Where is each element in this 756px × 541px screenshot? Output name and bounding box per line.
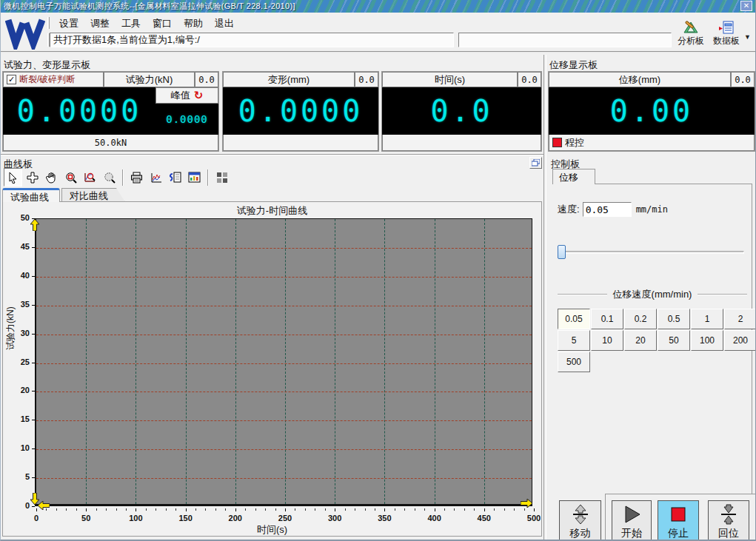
menu-item[interactable]: 设置 (54, 16, 84, 30)
peak-refresh-icon[interactable]: ↻ (194, 89, 204, 102)
y-tick-label: 0 (4, 501, 30, 510)
y-tick-label: 15 (4, 414, 30, 423)
home-button[interactable]: 回位 (708, 500, 749, 541)
start-button[interactable]: 开始 (612, 500, 652, 541)
menu-item[interactable]: 帮助 (178, 16, 208, 30)
y-tick-label: 10 (4, 443, 30, 452)
break-judge-label: 断裂/破碎判断 (19, 73, 75, 86)
y-tick (32, 391, 35, 392)
title-bar: 微机控制电子万能试验机测控系统--[金属材料室温拉伸试验(GB/T 228.1-… (1, 0, 755, 13)
app-logo-icon (5, 16, 45, 50)
data-window-button[interactable] (185, 168, 204, 187)
menu-item[interactable]: 窗口 (147, 16, 177, 30)
y-max-cursor-icon[interactable] (30, 219, 39, 231)
curve-panel: 曲线板 (1, 155, 543, 541)
print-button[interactable] (127, 168, 146, 187)
grid-pattern-button[interactable] (213, 168, 231, 187)
h-gridline (36, 363, 532, 364)
magnifier-button[interactable] (100, 168, 118, 187)
x-min-cursor-icon[interactable] (38, 501, 50, 510)
y-tick (32, 247, 35, 248)
x-max-cursor-icon[interactable] (521, 499, 532, 508)
x-tick (186, 508, 187, 511)
data-board-button[interactable]: 数据板 (709, 21, 744, 47)
speed-preset-button[interactable]: 50 (658, 330, 690, 351)
speed-preset-button[interactable]: 1 (691, 309, 723, 329)
y-tick (32, 334, 35, 335)
h-gridline (36, 248, 532, 249)
speed-preset-button[interactable]: 2 (724, 309, 756, 329)
zoom-curve-button[interactable] (81, 168, 99, 187)
speed-preset-button[interactable]: 0.5 (658, 309, 690, 329)
x-tick (534, 508, 535, 511)
select-cursor-button[interactable] (4, 168, 22, 187)
peak-value-display: 0.0000 (155, 104, 218, 135)
window-title: 微机控制电子万能试验机测控系统--[金属材料室温拉伸试验(GB/T 228.1-… (4, 1, 295, 10)
float-panel-button[interactable] (529, 157, 542, 169)
time-footer (382, 135, 541, 151)
zoom-region-button[interactable] (61, 168, 80, 187)
speed-preset-button[interactable]: 20 (624, 330, 657, 351)
stop-label: 停止 (668, 527, 689, 540)
x-tick-label: 350 (371, 514, 398, 522)
break-judge-checkbox[interactable]: ✓ 断裂/破碎判断 (3, 72, 104, 87)
analysis-icon (683, 21, 699, 34)
speed-preset-button[interactable]: 500 (558, 352, 590, 372)
analysis-board-button[interactable]: 分析板 (673, 21, 709, 47)
hand-pan-button[interactable] (42, 168, 61, 187)
menu-item[interactable]: 工具 (116, 16, 146, 30)
speed-preset-button[interactable]: 5 (558, 330, 590, 351)
v-gridline (335, 219, 335, 504)
menu-item[interactable]: 调整 (85, 16, 115, 30)
start-label: 开始 (621, 527, 642, 540)
speed-slider[interactable] (558, 245, 744, 259)
time-corner-value: 0.0 (518, 72, 541, 87)
y-tick-label: 50 (4, 213, 30, 222)
tab-compare-curve[interactable]: 对比曲线 (61, 188, 125, 202)
curve-tabs: 试验曲线 对比曲线 (2, 188, 125, 202)
time-display: 时间(s) 0.0 0.0 (381, 71, 542, 152)
status-secondary-field (458, 33, 672, 47)
program-control-led-icon (552, 138, 562, 147)
y-tick (32, 448, 35, 449)
copy-curve-button[interactable] (166, 168, 184, 187)
speed-preset-button[interactable]: 10 (591, 330, 623, 351)
plot-area[interactable] (35, 218, 532, 506)
h-gridline (36, 420, 532, 421)
speed-preset-button[interactable]: 200 (724, 330, 756, 351)
toolbar-separator (207, 169, 209, 186)
x-tick-label: 50 (73, 514, 99, 522)
menu-bar: 设置调整工具窗口帮助退出 (54, 16, 239, 30)
displacement-header: 位移(mm) (549, 72, 731, 87)
checkbox-check-icon[interactable]: ✓ (7, 75, 16, 84)
speed-preset-button[interactable]: 100 (691, 330, 723, 351)
speed-input[interactable] (583, 202, 632, 217)
x-tick-label: 100 (122, 514, 149, 522)
h-gridline (36, 478, 532, 479)
pan-cross-button[interactable] (23, 168, 41, 187)
peak-label: 峰值 (171, 89, 190, 102)
speed-preset-button[interactable]: 0.1 (591, 309, 623, 329)
x-axis-label: 时间(s) (3, 523, 541, 537)
zoom-region-icon (65, 172, 77, 184)
speed-preset-button[interactable]: 0.2 (624, 309, 657, 329)
toolbar-more-chevron[interactable]: ▼ (744, 33, 751, 41)
tab-displacement[interactable]: 位移 (552, 169, 595, 184)
v-gridline (435, 219, 435, 504)
curve-style-button[interactable] (147, 168, 165, 187)
y-tick (32, 477, 35, 478)
speed-group-label: 位移速度(mm/min) (613, 288, 692, 301)
menu-item[interactable]: 退出 (210, 16, 239, 30)
x-tick (235, 508, 236, 511)
move-button[interactable]: 移动 (559, 500, 601, 541)
speed-preset-button[interactable]: 0.05 (558, 309, 590, 329)
slider-handle[interactable] (558, 245, 566, 259)
stop-button[interactable]: 停止 (658, 500, 699, 541)
displacement-value-display: 0.00 (549, 87, 755, 135)
x-tick (384, 508, 385, 511)
tab-test-curve[interactable]: 试验曲线 (2, 188, 60, 202)
v-gridline (86, 219, 87, 504)
close-button[interactable]: ✕ (740, 1, 752, 11)
peak-header: 峰值 ↻ (155, 87, 218, 104)
slider-track[interactable] (558, 251, 744, 254)
